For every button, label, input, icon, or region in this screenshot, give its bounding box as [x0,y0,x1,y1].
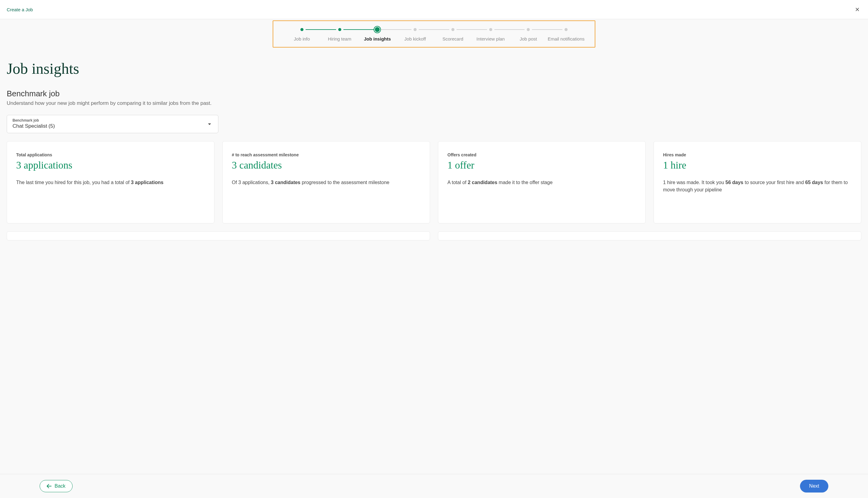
benchmark-job-select[interactable]: Benchmark job Chat Specialist (5) [7,115,218,133]
card-desc-text: 1 hire was made. It took you [663,180,726,185]
step-dot [489,28,492,31]
step-label: Interview plan [476,36,505,41]
step-label: Job kickoff [405,36,426,41]
card-desc-bold: 2 candidates [468,180,497,185]
card-description: 1 hire was made. It took you 56 days to … [663,179,852,194]
card-desc-text: made it to the offer stage [497,180,553,185]
card-description: The last time you hired for this job, yo… [16,179,205,186]
card-label: Hires made [663,153,852,157]
step-dot-current [375,27,380,32]
step-dot [413,28,417,31]
card-total-applications: Total applications 3 applications The la… [7,141,214,223]
step-job-info[interactable]: Job info [283,27,321,41]
step-label: Email notifications [548,36,585,41]
card-desc-text: progressed to the assessment milestone [301,180,390,185]
card-value: 1 hire [663,160,852,171]
step-connector [532,29,562,30]
close-button[interactable] [853,5,861,13]
step-connector [457,29,487,30]
placeholder-card [7,231,430,240]
placeholder-card [438,231,861,240]
step-label: Job insights [364,36,391,41]
card-desc-text: to source your first hire and [743,180,805,185]
card-assessment-milestone: # to reach assessment milestone 3 candid… [222,141,430,223]
page-title: Job insights [7,60,861,77]
card-desc-bold: 3 candidates [271,180,301,185]
card-desc-bold: 56 days [726,180,743,185]
close-icon [855,7,860,12]
select-value: Chat Specialist (5) [13,123,213,129]
step-dot [301,28,304,31]
metrics-row: Total applications 3 applications The la… [7,141,861,223]
step-dot [338,28,341,31]
card-offers-created: Offers created 1 offer A total of 2 cand… [438,141,646,223]
card-label: Total applications [16,153,205,157]
section-subtitle: Understand how your new job might perfor… [7,100,861,106]
step-connector [306,29,336,30]
card-label: # to reach assessment milestone [232,153,421,157]
card-description: A total of 2 candidates made it to the o… [447,179,636,186]
section-title: Benchmark job [7,89,861,99]
step-dot [564,28,567,31]
card-label: Offers created [447,153,636,157]
card-desc-bold: 65 days [805,180,823,185]
secondary-row [7,231,861,240]
card-desc-text: The last time you hired for this job, yo… [16,180,131,185]
step-label: Hiring team [328,36,352,41]
card-desc-text: Of 3 applications, [232,180,271,185]
modal-header: Create a Job [0,0,868,19]
step-connector [343,29,374,30]
stepper-wrapper: Job info Hiring team Job insights [7,19,861,48]
step-label: Job info [294,36,310,41]
card-description: Of 3 applications, 3 candidates progress… [232,179,421,186]
card-hires-made: Hires made 1 hire 1 hire was made. It to… [654,141,861,223]
select-label: Benchmark job [13,118,213,122]
card-desc-text: A total of [447,180,468,185]
step-dot [527,28,530,31]
card-value: 3 applications [16,160,205,171]
step-connector [494,29,525,30]
header-title: Create a Job [7,7,33,12]
stepper: Job info Hiring team Job insights [273,21,595,48]
step-connector [381,29,411,30]
card-value: 3 candidates [232,160,421,171]
step-label: Scorecard [443,36,463,41]
step-connector [419,29,449,30]
footer: Back Next [0,474,868,474]
step-label: Job post [520,36,537,41]
card-value: 1 offer [447,160,636,171]
caret-down-icon [208,121,212,127]
card-desc-bold: 3 applications [131,180,164,185]
main-content: Job info Hiring team Job insights [0,19,868,474]
step-dot [451,28,455,31]
